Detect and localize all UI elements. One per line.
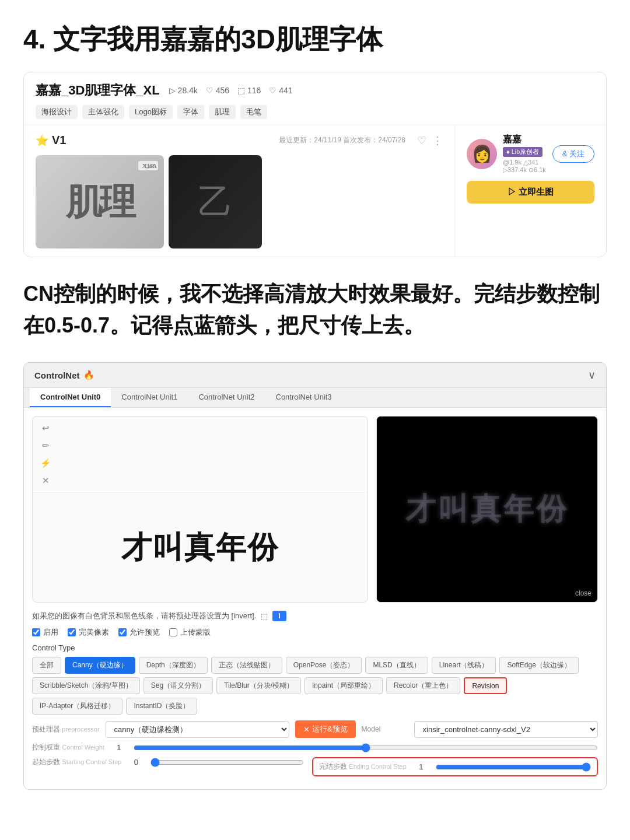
starting-step-slider[interactable] [150,758,304,767]
ct-ip-adapter[interactable]: IP-Adapter（风格迁移） [32,698,123,715]
ending-step-slider[interactable] [436,762,591,772]
model-card-stats: ▷ 28.4k ♡ 456 ⬚ 116 ♡ 441 [169,86,293,95]
ending-step-value: 1 [412,762,430,771]
cn-tab-0[interactable]: ControlNet Unit0 [30,388,111,407]
cn-collapse-icon[interactable]: ∨ [588,369,596,382]
run-preview-button[interactable]: ✕ 运行&预览 [295,720,356,738]
cn-tabs: ControlNet Unit0 ControlNet Unit1 Contro… [24,388,606,408]
heart-icon[interactable]: ♡ [417,134,426,147]
tag-enhance[interactable]: 主体强化 [82,105,124,119]
ct-inpaint[interactable]: Inpaint（局部重绘） [304,677,383,694]
fire-icon: 🔥 [83,370,94,380]
upload-mask-checkbox[interactable] [169,628,177,636]
model-card-left: ⭐ V1 最近更新：24/11/19 首次发布：24/07/28 ♡ ⋮ 肌理 … [24,125,454,257]
cn-invert-row: 如果您的图像有白色背景和黑色线条，请将预处理器设置为 [invert]. ⬚ I [32,611,598,621]
ct-all[interactable]: 全部 [32,657,61,674]
checkbox-allow-preview[interactable]: 允许预览 [118,627,160,638]
copy-icon[interactable]: ⬚ [261,612,268,621]
close-icon[interactable]: ✕ [38,474,52,488]
control-type-grid: 全部 Canny（硬边缘） Depth（深度图） 正态（法线贴图） OpenPo… [32,657,598,715]
cn-tab-2[interactable]: ControlNet Unit2 [188,388,265,407]
version-label: V1 [52,134,66,147]
control-weight-slider[interactable] [134,743,598,752]
perfect-pixel-checkbox[interactable] [68,628,76,636]
tag-font[interactable]: 字体 [177,105,204,119]
cn-main-area: ↩ ✏ ⚡ ✕ 才叫真年份 ☐ □ Preprocessor Preview [32,416,598,603]
cn-header: ControlNet 🔥 ∨ [24,363,606,388]
cn-tab-3[interactable]: ControlNet Unit3 [265,388,342,407]
cn-body: ↩ ✏ ⚡ ✕ 才叫真年份 ☐ □ Preprocessor Preview [24,408,606,789]
ct-openpose[interactable]: OpenPose（姿态） [286,657,362,674]
step-sliders-container: 起始步数 Starting Control Step 0 完结步数 Ending… [32,757,598,781]
model-image-main: 肌理 XL_LoRA [36,155,164,249]
ct-depth[interactable]: Depth（深度图） [139,657,208,674]
undo-icon[interactable]: ↩ [38,421,52,435]
starting-step-label: 起始步数 Starting Control Step [32,757,121,767]
tag-poster[interactable]: 海报设计 [36,105,78,119]
edit-icon[interactable]: ✏ [38,439,52,453]
lightning-icon[interactable]: ⚡ [38,456,52,470]
enable-checkbox[interactable] [32,628,40,636]
preprocessor-row: 预处理器 preprocessor canny（硬边缘检测） ✕ 运行&预览 M… [32,720,598,738]
version-badge: ⭐ V1 [36,134,66,147]
ct-scribble[interactable]: Scribble/Sketch（涂鸦/草图） [32,677,140,694]
model-select[interactable]: xinsir_controlnet-canny-sdxl_V2 [414,721,598,738]
ct-revision[interactable]: Revision [464,677,507,694]
model-card-right: 👩 嘉嘉 ♦ Lib原创者 @1.9k △341 ▷337.4k ⊙6.1k &… [454,125,606,257]
control-weight-row: 控制权重 Control Weight 1 [32,743,598,752]
cn-tab-1[interactable]: ControlNet Unit1 [111,388,188,407]
section-title-text: 文字我用嘉嘉的3D肌理字体 [53,24,383,54]
ct-softedge[interactable]: SoftEdge（软边缘） [499,657,578,674]
ct-canny[interactable]: Canny（硬边缘） [65,657,135,674]
ct-tile[interactable]: Tile/Blur（分块/模糊） [216,677,301,694]
starting-step-row: 起始步数 Starting Control Step 0 [32,757,304,767]
starting-step-value: 0 [127,758,145,766]
ct-recolor[interactable]: Recolor（重上色） [386,677,460,694]
ct-mlsd[interactable]: MLSD（直线） [365,657,428,674]
tag-logo[interactable]: Logo图标 [129,105,173,119]
model-images: 肌理 XL_LoRA 乙 [36,155,443,249]
model-image-secondary: 乙 [169,155,262,249]
control-type-label: Control Type [32,643,598,652]
author-section: 👩 嘉嘉 ♦ Lib原创者 @1.9k △341 ▷337.4k ⊙6.1k &… [467,134,594,174]
follow-button[interactable]: & 关注 [552,145,594,163]
cn-close-button[interactable]: close [575,589,592,597]
tag-texture[interactable]: 肌理 [209,105,236,119]
ending-step-label: 完结步数 Ending Control Step [319,762,407,772]
ct-normal[interactable]: 正态（法线贴图） [211,657,282,674]
checkbox-row: 启用 完美像素 允许预览 上传蒙版 [32,627,598,638]
checkbox-perfect-pixel[interactable]: 完美像素 [68,627,109,638]
description-text: CN控制的时候，我不选择高清放大时效果最好。完结步数控制在0.5-0.7。记得点… [23,278,607,341]
ct-seg[interactable]: Seg（语义分割） [144,677,213,694]
allow-preview-checkbox[interactable] [118,628,127,636]
ct-lineart[interactable]: Lineart（线稿） [432,657,496,674]
cn-title-text: ControlNet [34,370,80,380]
invert-button[interactable]: I [272,611,286,621]
cn-preview-panel: ☐ □ Preprocessor Preview 才叫真年份 close [376,416,598,603]
stat-downloads: ▷ 28.4k [169,86,198,95]
model-image-text: 肌理 [66,177,134,226]
version-star: ⭐ [36,134,48,147]
checkbox-enable[interactable]: 启用 [32,627,58,638]
model-label: Model [362,725,408,733]
checkbox-upload-mask[interactable]: 上传蒙版 [169,627,211,638]
xl-lora-label: XL_LoRA [138,161,158,170]
author-info: 嘉嘉 ♦ Lib原创者 @1.9k △341 ▷337.4k ⊙6.1k [503,134,547,174]
ending-step-row: 完结步数 Ending Control Step 1 [312,757,598,776]
model-card-tags: 海报设计 主体强化 Logo图标 字体 肌理 毛笔 [36,105,594,119]
model-dates: 最近更新：24/11/19 首次发布：24/07/28 [279,135,405,145]
generate-button[interactable]: ▷ 立即生图 [467,181,594,204]
section-title: 4. 文字我用嘉嘉的3D肌理字体 [23,23,607,55]
tag-brush[interactable]: 毛笔 [240,105,267,119]
author-name: 嘉嘉 [503,134,547,146]
preprocessor-select[interactable]: canny（硬边缘检测） [106,721,289,738]
more-icon[interactable]: ⋮ [432,134,443,147]
model-card-title: 嘉嘉_3D肌理字体_XL [36,82,160,99]
page-container: 4. 文字我用嘉嘉的3D肌理字体 嘉嘉_3D肌理字体_XL ▷ 28.4k ♡ … [0,0,630,813]
invert-description: 如果您的图像有白色背景和黑色线条，请将预处理器设置为 [invert]. [32,611,256,621]
cn-preview-image: 才叫真年份 [377,416,597,602]
run-icon: ✕ [303,725,310,734]
model-card-title-row: 嘉嘉_3D肌理字体_XL ▷ 28.4k ♡ 456 ⬚ 116 ♡ 441 [36,82,594,99]
run-label: 运行&预览 [312,724,348,734]
ct-instantid[interactable]: InstantID（换脸） [126,698,197,715]
